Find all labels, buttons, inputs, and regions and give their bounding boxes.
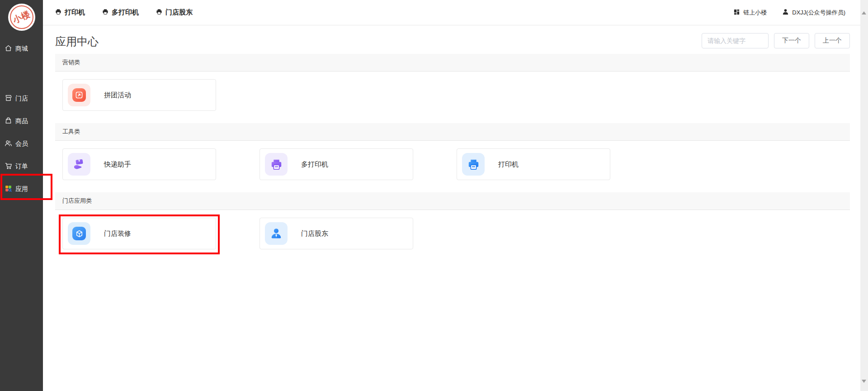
app-name: 门店股东 bbox=[301, 229, 328, 238]
search-input[interactable] bbox=[702, 33, 769, 48]
group-buy-icon bbox=[68, 84, 90, 106]
app-name: 多打印机 bbox=[301, 160, 328, 169]
goods-icon bbox=[5, 117, 12, 126]
multi-printer-icon bbox=[265, 153, 288, 176]
brand-logo[interactable]: 小楼 bbox=[8, 4, 35, 31]
sidebar-item-store[interactable]: 门店 bbox=[0, 93, 43, 104]
vertical-scrollbar[interactable] bbox=[860, 0, 868, 391]
app-card-store-decor[interactable]: 门店装修 bbox=[62, 218, 216, 249]
app-card-express-helper[interactable]: 快递助手 bbox=[62, 148, 216, 180]
sidebar: 小楼 商城 门店 商品 会员 订单 应用 bbox=[0, 0, 43, 391]
tab-multi-printer[interactable]: 多打印机 bbox=[102, 8, 139, 17]
express-helper-icon bbox=[68, 153, 90, 176]
apps-icon bbox=[5, 185, 12, 194]
store-decor-icon bbox=[68, 222, 90, 245]
tab-store-shareholder[interactable]: 门店股东 bbox=[156, 8, 193, 17]
app-card-printer[interactable]: 打印机 bbox=[457, 148, 610, 180]
sidebar-item-goods[interactable]: 商品 bbox=[0, 116, 43, 127]
main-area: 打印机 多打印机 门店股东 链上小楼 bbox=[43, 0, 868, 391]
section-header-tools: 工具类 bbox=[55, 123, 850, 141]
sidebar-item-label: 商城 bbox=[15, 45, 28, 53]
orders-icon bbox=[5, 162, 12, 171]
printer-icon bbox=[55, 9, 61, 16]
store-icon bbox=[5, 94, 12, 103]
app-card-multi-printer[interactable]: 多打印机 bbox=[259, 148, 413, 180]
tab-label: 打印机 bbox=[65, 8, 85, 17]
app-row: 门店装修 门店股东 bbox=[55, 210, 850, 262]
scroll-down-icon[interactable] bbox=[862, 380, 866, 383]
printer-icon bbox=[156, 9, 162, 16]
app-name: 快递助手 bbox=[104, 160, 131, 169]
user-label: DXJJ(公众号操作员) bbox=[792, 9, 845, 17]
toolbar: 下一个 上一个 bbox=[702, 33, 850, 48]
sidebar-item-label: 商品 bbox=[15, 117, 28, 125]
home-icon bbox=[5, 44, 12, 53]
sidebar-item-members[interactable]: 会员 bbox=[0, 138, 43, 149]
sidebar-item-label: 应用 bbox=[15, 185, 28, 193]
app-row: 拼团活动 bbox=[55, 72, 850, 123]
sidebar-item-label: 会员 bbox=[15, 140, 28, 148]
user-icon bbox=[782, 9, 789, 17]
user-menu[interactable]: DXJJ(公众号操作员) bbox=[782, 9, 845, 17]
prev-button[interactable]: 上一个 bbox=[815, 33, 850, 48]
app-name: 拼团活动 bbox=[104, 91, 131, 100]
sidebar-item-apps[interactable]: 应用 bbox=[0, 184, 43, 195]
logo-text: 小楼 bbox=[4, 0, 39, 35]
printer-icon bbox=[462, 153, 485, 176]
workspace-label: 链上小楼 bbox=[743, 9, 767, 17]
printer-icon bbox=[102, 9, 108, 16]
tab-printer[interactable]: 打印机 bbox=[55, 8, 85, 17]
store-shareholder-icon bbox=[265, 222, 288, 245]
app-name: 打印机 bbox=[498, 160, 519, 169]
app-card-group-buy[interactable]: 拼团活动 bbox=[62, 79, 216, 111]
scroll-up-icon[interactable] bbox=[862, 11, 866, 14]
app-center: 应用中心 营销类 拼团活动 工具类 快递助手 bbox=[43, 34, 868, 262]
tab-label: 多打印机 bbox=[112, 8, 139, 17]
open-tabs: 打印机 多打印机 门店股东 bbox=[55, 8, 193, 17]
workspace-switcher[interactable]: 链上小楼 bbox=[733, 9, 767, 17]
top-bar: 打印机 多打印机 门店股东 链上小楼 bbox=[43, 0, 868, 25]
app-card-store-shareholder[interactable]: 门店股东 bbox=[259, 218, 413, 249]
section-header-store-apps: 门店应用类 bbox=[55, 192, 850, 210]
next-button[interactable]: 下一个 bbox=[774, 33, 809, 48]
sidebar-item-orders[interactable]: 订单 bbox=[0, 161, 43, 172]
sidebar-item-label: 门店 bbox=[15, 95, 28, 103]
app-name: 门店装修 bbox=[104, 229, 131, 238]
app-row: 快递助手 多打印机 打印机 bbox=[55, 141, 850, 192]
section-header-marketing: 营销类 bbox=[55, 54, 850, 72]
tab-label: 门店股东 bbox=[165, 8, 193, 17]
sidebar-item-mall[interactable]: 商城 bbox=[0, 43, 43, 54]
members-icon bbox=[5, 139, 12, 148]
sidebar-item-label: 订单 bbox=[15, 162, 28, 171]
grid-icon bbox=[733, 9, 740, 17]
user-area: 链上小楼 DXJJ(公众号操作员) bbox=[733, 9, 845, 17]
